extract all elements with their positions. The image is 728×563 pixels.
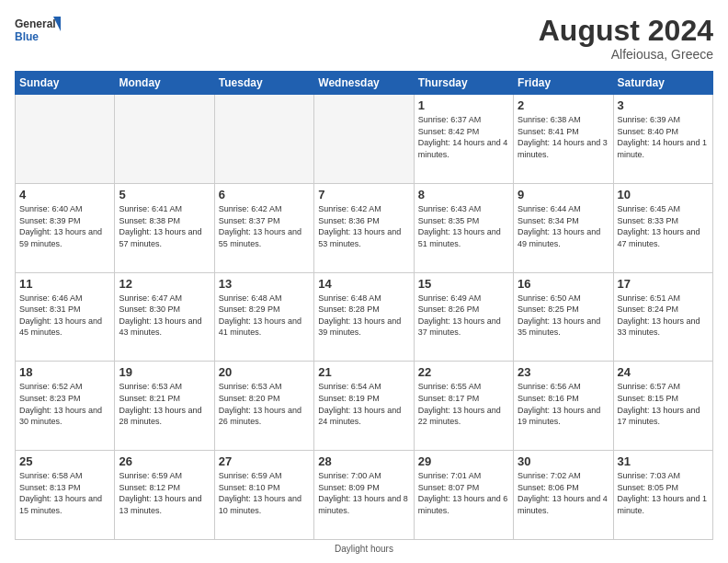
table-row: 31 Sunrise: 7:03 AMSunset: 8:05 PMDaylig…	[613, 451, 712, 540]
day-info: Sunrise: 6:54 AMSunset: 8:19 PMDaylight:…	[318, 382, 401, 426]
table-row: 4 Sunrise: 6:40 AMSunset: 8:39 PMDayligh…	[16, 183, 115, 272]
day-info: Sunrise: 6:48 AMSunset: 8:29 PMDaylight:…	[219, 293, 301, 338]
day-info: Sunrise: 6:53 AMSunset: 8:21 PMDaylight:…	[119, 382, 201, 426]
day-number: 30	[518, 454, 609, 468]
day-number: 26	[119, 454, 210, 468]
day-number: 19	[119, 365, 210, 379]
day-info: Sunrise: 6:40 AMSunset: 8:39 PMDaylight:…	[19, 204, 102, 248]
weekday-header-row: Sunday Monday Tuesday Wednesday Thursday…	[16, 72, 713, 95]
header: General Blue August 2024 Alfeiousa, Gree…	[15, 15, 713, 62]
week-row-1: 1 Sunrise: 6:37 AMSunset: 8:42 PMDayligh…	[16, 95, 713, 184]
table-row: 14 Sunrise: 6:48 AMSunset: 8:28 PMDaylig…	[314, 272, 414, 362]
day-number: 23	[518, 365, 609, 379]
table-row: 26 Sunrise: 6:59 AMSunset: 8:12 PMDaylig…	[115, 451, 214, 540]
day-info: Sunrise: 6:37 AMSunset: 8:42 PMDaylight:…	[418, 115, 508, 159]
day-info: Sunrise: 6:41 AMSunset: 8:38 PMDaylight:…	[119, 204, 201, 248]
header-thursday: Thursday	[414, 72, 513, 95]
table-row: 22 Sunrise: 6:55 AMSunset: 8:17 PMDaylig…	[414, 362, 513, 451]
day-number: 29	[418, 454, 509, 468]
header-monday: Monday	[115, 72, 214, 95]
title-block: August 2024 Alfeiousa, Greece	[539, 15, 713, 62]
day-number: 2	[518, 98, 609, 112]
header-wednesday: Wednesday	[314, 72, 414, 95]
table-row: 30 Sunrise: 7:02 AMSunset: 8:06 PMDaylig…	[514, 451, 613, 540]
day-number: 11	[19, 277, 110, 291]
day-number: 14	[318, 277, 409, 291]
day-info: Sunrise: 6:39 AMSunset: 8:40 PMDaylight:…	[618, 115, 708, 159]
header-tuesday: Tuesday	[214, 72, 313, 95]
header-saturday: Saturday	[613, 72, 712, 95]
table-row	[16, 95, 115, 184]
svg-text:General: General	[15, 17, 56, 30]
svg-text:Blue: Blue	[15, 30, 39, 43]
day-info: Sunrise: 6:59 AMSunset: 8:10 PMDaylight:…	[219, 471, 301, 515]
header-friday: Friday	[514, 72, 613, 95]
table-row: 13 Sunrise: 6:48 AMSunset: 8:29 PMDaylig…	[214, 272, 313, 362]
day-info: Sunrise: 6:48 AMSunset: 8:28 PMDaylight:…	[318, 293, 401, 338]
day-info: Sunrise: 6:42 AMSunset: 8:37 PMDaylight:…	[219, 204, 301, 248]
day-number: 21	[318, 365, 409, 379]
table-row: 19 Sunrise: 6:53 AMSunset: 8:21 PMDaylig…	[115, 362, 214, 451]
day-number: 20	[219, 365, 310, 379]
day-info: Sunrise: 6:38 AMSunset: 8:41 PMDaylight:…	[518, 115, 608, 159]
day-number: 22	[418, 365, 509, 379]
table-row	[214, 95, 313, 184]
week-row-3: 11 Sunrise: 6:46 AMSunset: 8:31 PMDaylig…	[16, 272, 713, 362]
table-row: 29 Sunrise: 7:01 AMSunset: 8:07 PMDaylig…	[414, 451, 513, 540]
day-number: 18	[19, 365, 110, 379]
day-info: Sunrise: 6:55 AMSunset: 8:17 PMDaylight:…	[418, 382, 501, 426]
table-row: 3 Sunrise: 6:39 AMSunset: 8:40 PMDayligh…	[613, 95, 712, 184]
day-info: Sunrise: 6:43 AMSunset: 8:35 PMDaylight:…	[418, 204, 501, 248]
calendar-table: Sunday Monday Tuesday Wednesday Thursday…	[15, 71, 713, 540]
table-row: 27 Sunrise: 6:59 AMSunset: 8:10 PMDaylig…	[214, 451, 313, 540]
day-number: 5	[119, 188, 210, 201]
day-number: 4	[19, 188, 110, 201]
day-number: 31	[618, 454, 709, 468]
day-info: Sunrise: 6:44 AMSunset: 8:34 PMDaylight:…	[518, 204, 600, 248]
day-info: Sunrise: 6:47 AMSunset: 8:30 PMDaylight:…	[119, 293, 201, 338]
day-info: Sunrise: 6:51 AMSunset: 8:24 PMDaylight:…	[618, 293, 700, 338]
table-row: 8 Sunrise: 6:43 AMSunset: 8:35 PMDayligh…	[414, 183, 513, 272]
table-row: 25 Sunrise: 6:58 AMSunset: 8:13 PMDaylig…	[16, 451, 115, 540]
week-row-2: 4 Sunrise: 6:40 AMSunset: 8:39 PMDayligh…	[16, 183, 713, 272]
day-info: Sunrise: 7:00 AMSunset: 8:09 PMDaylight:…	[318, 471, 408, 515]
table-row: 7 Sunrise: 6:42 AMSunset: 8:36 PMDayligh…	[314, 183, 414, 272]
table-row: 20 Sunrise: 6:53 AMSunset: 8:20 PMDaylig…	[214, 362, 313, 451]
day-number: 1	[418, 98, 509, 112]
day-number: 13	[219, 277, 310, 291]
table-row	[314, 95, 414, 184]
day-info: Sunrise: 6:57 AMSunset: 8:15 PMDaylight:…	[618, 382, 700, 426]
table-row: 2 Sunrise: 6:38 AMSunset: 8:41 PMDayligh…	[514, 95, 613, 184]
day-info: Sunrise: 6:50 AMSunset: 8:25 PMDaylight:…	[518, 293, 600, 338]
table-row: 6 Sunrise: 6:42 AMSunset: 8:37 PMDayligh…	[214, 183, 313, 272]
day-info: Sunrise: 6:56 AMSunset: 8:16 PMDaylight:…	[518, 382, 600, 426]
day-number: 16	[518, 277, 609, 291]
day-number: 3	[618, 98, 709, 112]
header-sunday: Sunday	[16, 72, 115, 95]
week-row-5: 25 Sunrise: 6:58 AMSunset: 8:13 PMDaylig…	[16, 451, 713, 540]
day-number: 27	[219, 454, 310, 468]
table-row: 5 Sunrise: 6:41 AMSunset: 8:38 PMDayligh…	[115, 183, 214, 272]
day-number: 15	[418, 277, 509, 291]
day-info: Sunrise: 6:58 AMSunset: 8:13 PMDaylight:…	[19, 471, 102, 515]
table-row: 21 Sunrise: 6:54 AMSunset: 8:19 PMDaylig…	[314, 362, 414, 451]
table-row: 1 Sunrise: 6:37 AMSunset: 8:42 PMDayligh…	[414, 95, 513, 184]
month-year: August 2024	[539, 15, 713, 47]
location: Alfeiousa, Greece	[539, 47, 713, 62]
day-info: Sunrise: 7:03 AMSunset: 8:05 PMDaylight:…	[618, 471, 708, 515]
day-info: Sunrise: 7:01 AMSunset: 8:07 PMDaylight:…	[418, 471, 508, 515]
table-row: 16 Sunrise: 6:50 AMSunset: 8:25 PMDaylig…	[514, 272, 613, 362]
table-row: 17 Sunrise: 6:51 AMSunset: 8:24 PMDaylig…	[613, 272, 712, 362]
table-row: 18 Sunrise: 6:52 AMSunset: 8:23 PMDaylig…	[16, 362, 115, 451]
table-row: 11 Sunrise: 6:46 AMSunset: 8:31 PMDaylig…	[16, 272, 115, 362]
day-number: 8	[418, 188, 509, 201]
day-info: Sunrise: 6:49 AMSunset: 8:26 PMDaylight:…	[418, 293, 501, 338]
day-info: Sunrise: 6:46 AMSunset: 8:31 PMDaylight:…	[19, 293, 102, 338]
table-row: 12 Sunrise: 6:47 AMSunset: 8:30 PMDaylig…	[115, 272, 214, 362]
day-number: 28	[318, 454, 409, 468]
table-row: 9 Sunrise: 6:44 AMSunset: 8:34 PMDayligh…	[514, 183, 613, 272]
day-number: 25	[19, 454, 110, 468]
day-info: Sunrise: 6:59 AMSunset: 8:12 PMDaylight:…	[119, 471, 201, 515]
day-info: Sunrise: 6:53 AMSunset: 8:20 PMDaylight:…	[219, 382, 301, 426]
page: General Blue August 2024 Alfeiousa, Gree…	[0, 0, 728, 563]
